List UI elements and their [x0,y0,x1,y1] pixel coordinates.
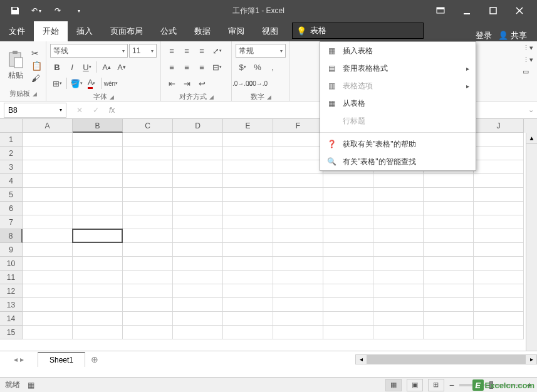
cell[interactable] [223,243,273,257]
cell[interactable] [424,284,474,298]
cell[interactable] [424,202,474,215]
cell[interactable] [474,174,524,188]
cell[interactable] [23,188,73,202]
row-header-14[interactable]: 14 [0,312,23,326]
cell[interactable] [323,243,373,257]
cell[interactable] [474,215,524,229]
row-header-15[interactable]: 15 [0,326,23,339]
cell[interactable] [223,298,273,312]
row-header-3[interactable]: 3 [0,160,23,174]
undo-button[interactable]: ↶▾ [26,2,46,19]
cell[interactable] [373,243,424,257]
formula-expand-button[interactable]: ⌄ [524,106,537,114]
tab-layout[interactable]: 页面布局 [102,21,152,41]
comma-button[interactable]: , [266,60,279,74]
name-box[interactable]: B8▾ [4,103,66,118]
cell[interactable] [223,174,273,188]
cell[interactable] [323,215,373,229]
cell[interactable] [424,298,474,312]
cell[interactable] [123,215,173,229]
cell[interactable] [373,271,424,284]
tab-review[interactable]: 审阅 [219,21,253,41]
minimize-button[interactable] [454,2,479,19]
cell[interactable] [73,147,123,160]
clipboard-launcher[interactable]: ◢ [33,91,37,97]
cell[interactable] [373,188,424,202]
cell[interactable] [123,312,173,326]
cell[interactable] [474,271,524,284]
cell[interactable] [223,312,273,326]
cell[interactable] [223,257,273,271]
cell[interactable] [474,229,524,243]
cell[interactable] [323,188,373,202]
align-top-button[interactable]: ≡ [165,44,179,58]
cell[interactable] [474,160,524,174]
currency-button[interactable]: $▾ [236,60,249,74]
cell[interactable] [73,202,123,215]
dd-from-table[interactable]: ▦从表格 [320,95,476,112]
cell[interactable] [123,284,173,298]
new-sheet-button[interactable]: ⊕ [85,354,104,364]
cell[interactable] [273,147,323,160]
align-launcher[interactable]: ◢ [209,94,214,100]
cell[interactable] [373,174,424,188]
cell[interactable] [173,147,223,160]
page-break-view-button[interactable]: ⊞ [428,379,444,391]
cell[interactable] [73,174,123,188]
cell[interactable] [223,133,273,147]
cell[interactable] [173,215,223,229]
align-right-button[interactable]: ≡ [195,60,209,74]
wrap-text-button[interactable]: ↩ [195,76,209,90]
cell[interactable] [273,202,323,215]
cell[interactable] [223,202,273,215]
tab-data[interactable]: 数据 [185,21,219,41]
cell[interactable] [23,271,73,284]
cell[interactable] [23,215,73,229]
cell[interactable] [223,147,273,160]
cell[interactable] [23,174,73,188]
cell[interactable] [223,284,273,298]
cell[interactable] [373,202,424,215]
cell[interactable] [424,257,474,271]
border-button[interactable]: ⊞▾ [50,76,64,90]
underline-button[interactable]: U▾ [80,60,94,74]
cell[interactable] [273,229,323,243]
cell[interactable] [173,243,223,257]
redo-button[interactable]: ↷ [48,2,68,19]
cell[interactable] [273,326,323,339]
hscroll-thumb[interactable] [367,355,526,364]
cell[interactable] [474,202,524,215]
copy-button[interactable]: 📋 [31,61,42,71]
cell[interactable] [424,174,474,188]
cell[interactable] [73,298,123,312]
align-bottom-button[interactable]: ≡ [195,44,209,58]
cell[interactable] [474,188,524,202]
cell[interactable] [474,133,524,147]
merge-button[interactable]: ⊟▾ [210,60,224,74]
cell[interactable] [173,312,223,326]
row-header-12[interactable]: 12 [0,284,23,298]
cell[interactable] [373,326,424,339]
normal-view-button[interactable]: ▦ [385,379,402,391]
decrease-indent-button[interactable]: ⇤ [165,76,179,90]
col-header-C[interactable]: C [123,119,173,133]
maximize-button[interactable] [481,2,506,19]
cell[interactable] [23,243,73,257]
qat-customize[interactable]: ▾ [69,2,89,19]
cell[interactable] [323,229,373,243]
cell[interactable] [23,202,73,215]
cell[interactable] [474,312,524,326]
bold-button[interactable]: B [50,60,64,74]
col-header-D[interactable]: D [173,119,223,133]
cell[interactable] [273,188,323,202]
cell[interactable] [424,188,474,202]
cell[interactable] [373,229,424,243]
cell[interactable] [123,326,173,339]
cell[interactable] [474,298,524,312]
tab-formulas[interactable]: 公式 [152,21,185,41]
cell[interactable] [123,174,173,188]
cell[interactable] [73,257,123,271]
login-button[interactable]: 登录 [476,30,492,41]
cell[interactable] [273,271,323,284]
col-header-F[interactable]: F [273,119,323,133]
